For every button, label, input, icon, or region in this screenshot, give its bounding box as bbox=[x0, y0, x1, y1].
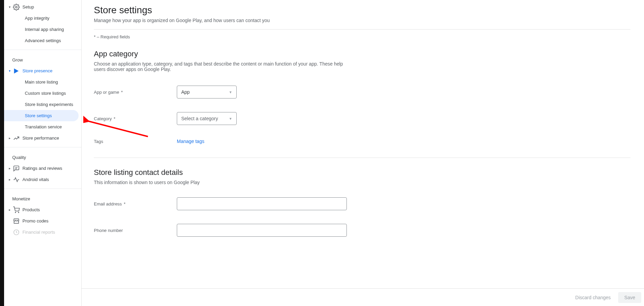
divider bbox=[94, 158, 630, 158]
required-asterisk: * bbox=[122, 201, 125, 206]
chat-icon bbox=[12, 165, 20, 172]
label-text: Category bbox=[94, 116, 112, 121]
vitals-icon bbox=[12, 176, 20, 183]
required-fields-note: * – Required fields bbox=[94, 34, 630, 39]
trend-icon bbox=[12, 135, 20, 142]
chevron-right-icon: ▸ bbox=[7, 208, 12, 212]
sidebar-item-label: Ratings and reviews bbox=[22, 166, 62, 171]
sidebar-item-label: Setup bbox=[22, 4, 34, 10]
svg-point-3 bbox=[15, 212, 16, 213]
form-label-phone: Phone number bbox=[94, 228, 177, 233]
sidebar-item-label: Financial reports bbox=[22, 230, 55, 235]
discard-changes-button[interactable]: Discard changes bbox=[571, 292, 615, 303]
sidebar-item-label: Custom store listings bbox=[25, 91, 66, 96]
svg-point-4 bbox=[18, 212, 19, 213]
clock-icon bbox=[12, 229, 20, 236]
label-text: App or game bbox=[94, 90, 119, 95]
sidebar-item-custom-store-listings[interactable]: Custom store listings bbox=[4, 88, 79, 99]
manage-tags-link[interactable]: Manage tags bbox=[177, 139, 204, 144]
section-title-app-category: App category bbox=[94, 50, 630, 58]
gear-icon bbox=[12, 4, 20, 11]
sidebar-item-main-store-listing[interactable]: Main store listing bbox=[4, 76, 79, 88]
page-title: Store settings bbox=[94, 5, 630, 16]
divider bbox=[4, 147, 81, 147]
storefront-icon bbox=[12, 218, 20, 224]
sidebar-item-label: App integrity bbox=[25, 16, 49, 21]
sidebar-item-internal-app-sharing[interactable]: Internal app sharing bbox=[4, 24, 79, 35]
divider bbox=[94, 29, 630, 30]
section-desc-app-category: Choose an application type, category, an… bbox=[94, 61, 345, 72]
required-asterisk: * bbox=[120, 90, 123, 95]
sidebar-item-store-listing-experiments[interactable]: Store listing experiments bbox=[4, 99, 79, 110]
cart-icon bbox=[12, 206, 20, 213]
sidebar-group-quality: Quality bbox=[4, 151, 81, 163]
chevron-down-icon: ▾ bbox=[7, 5, 12, 9]
chevron-right-icon: ▸ bbox=[7, 166, 12, 170]
select-value: Select a category bbox=[181, 116, 218, 121]
form-label-tags: Tags bbox=[94, 139, 177, 144]
sidebar-item-ratings-reviews[interactable]: ▸ Ratings and reviews bbox=[4, 163, 79, 174]
main-content: Store settings Manage how your app is or… bbox=[82, 0, 644, 288]
chevron-right-icon: ▸ bbox=[7, 136, 12, 140]
form-row-email: Email address * bbox=[94, 197, 630, 210]
sidebar-item-label: Store settings bbox=[25, 113, 52, 118]
select-value: App bbox=[181, 89, 190, 95]
sidebar-item-store-performance[interactable]: ▸ Store performance bbox=[4, 132, 79, 144]
sidebar-item-label: Internal app sharing bbox=[25, 27, 64, 32]
sidebar-item-label: Android vitals bbox=[22, 177, 49, 182]
form-label-category: Category * bbox=[94, 116, 177, 121]
dropdown-arrow-icon: ▼ bbox=[229, 117, 232, 121]
select-app-or-game[interactable]: App ▼ bbox=[177, 86, 237, 98]
save-button[interactable]: Save bbox=[618, 292, 641, 303]
form-row-app-or-game: App or game * App ▼ bbox=[94, 86, 630, 98]
sidebar-item-label: Main store listing bbox=[25, 79, 58, 85]
sidebar-item-promo-codes[interactable]: Promo codes bbox=[4, 215, 79, 227]
page-subtitle: Manage how your app is organized on Goog… bbox=[94, 18, 630, 23]
sidebar-item-translation-service[interactable]: Translation service bbox=[4, 121, 79, 132]
section-title-contact: Store listing contact details bbox=[94, 168, 630, 177]
email-input[interactable] bbox=[177, 197, 347, 210]
sidebar-item-label: Store performance bbox=[22, 136, 59, 141]
sidebar-group-monetize: Monetize bbox=[4, 192, 81, 204]
sidebar-item-products[interactable]: ▸ Products bbox=[4, 204, 79, 215]
footer-bar: Discard changes Save bbox=[82, 288, 644, 306]
sidebar-item-android-vitals[interactable]: ▸ Android vitals bbox=[4, 174, 79, 185]
form-row-tags: Tags Manage tags bbox=[94, 139, 630, 144]
select-category[interactable]: Select a category ▼ bbox=[177, 112, 237, 125]
dropdown-arrow-icon: ▼ bbox=[229, 90, 232, 94]
form-row-phone: Phone number bbox=[94, 224, 630, 237]
sidebar-group-grow: Grow bbox=[4, 53, 81, 65]
required-asterisk: * bbox=[113, 116, 116, 121]
sidebar-item-label: Store listing experiments bbox=[25, 102, 73, 107]
svg-point-0 bbox=[16, 6, 17, 8]
form-row-category: Category * Select a category ▼ bbox=[94, 112, 630, 125]
sidebar-item-setup[interactable]: ▾ Setup bbox=[4, 1, 79, 13]
label-text: Email address bbox=[94, 201, 122, 206]
phone-input[interactable] bbox=[177, 224, 347, 237]
sidebar: ▾ Setup App integrity Internal app shari… bbox=[4, 0, 82, 306]
chevron-right-icon: ▸ bbox=[7, 178, 12, 181]
divider bbox=[4, 50, 81, 50]
sidebar-item-store-presence[interactable]: ▾ Store presence bbox=[4, 65, 79, 76]
chevron-down-icon: ▾ bbox=[7, 69, 12, 73]
sidebar-item-financial-reports[interactable]: Financial reports bbox=[4, 227, 79, 238]
sidebar-item-label: Translation service bbox=[25, 124, 62, 129]
section-desc-contact: This information is shown to users on Go… bbox=[94, 180, 345, 185]
form-label-app-or-game: App or game * bbox=[94, 90, 177, 95]
sidebar-item-app-integrity[interactable]: App integrity bbox=[4, 13, 79, 24]
left-edge-dark bbox=[0, 0, 4, 306]
sidebar-item-advanced-settings[interactable]: Advanced settings bbox=[4, 35, 79, 46]
sidebar-item-store-settings[interactable]: Store settings bbox=[4, 110, 79, 121]
sidebar-item-label: Promo codes bbox=[22, 218, 49, 223]
form-label-email: Email address * bbox=[94, 201, 177, 206]
sidebar-item-label: Products bbox=[22, 207, 40, 212]
divider bbox=[4, 188, 81, 189]
sidebar-item-label: Store presence bbox=[22, 68, 52, 73]
sidebar-item-label: Advanced settings bbox=[25, 38, 61, 43]
play-icon bbox=[12, 68, 20, 74]
